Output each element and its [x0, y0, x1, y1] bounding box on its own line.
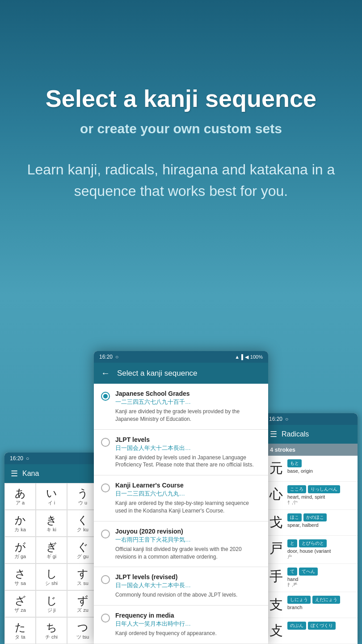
radical-info: のぶんぼくづくり [287, 622, 353, 631]
radical-tags: しにょうえだにょう [287, 596, 353, 604]
kana-cell[interactable]: し シ shi [36, 564, 67, 590]
radical-item[interactable]: 手 ててへん hand 扌,龵 [264, 564, 358, 592]
radical-tag: えだにょう [312, 596, 340, 604]
seq-title: Japanese School Grades [115, 390, 259, 397]
seq-title: JLPT levels (revised) [115, 573, 237, 580]
seq-title: Frequency in media [115, 612, 217, 619]
sequence-item[interactable]: JLPT levels 日一国会人年大十二本長出… Kanji are divi… [94, 430, 268, 476]
kana-cell[interactable]: ち チ chi [36, 617, 67, 644]
radical-tag: と [287, 539, 297, 547]
seq-desc: Kanji ordered by frequency of appearance… [115, 630, 217, 637]
kana-cell[interactable]: い イ i [36, 483, 67, 510]
kana-cell[interactable]: ざ ザ za [4, 590, 36, 617]
radical-info: ててへん hand 扌,龵 [287, 568, 353, 588]
status-time-left: 16:20 ○ [10, 455, 29, 462]
menu-icon-right[interactable]: ☰ [270, 429, 277, 439]
sequence-item[interactable]: Frequency in media 日年人大一笑月本出時中行… Kanji o… [94, 606, 268, 644]
radical-item[interactable]: 支 しにょうえだにょう branch [264, 592, 358, 618]
status-bar-left: 16:20 ○ [4, 453, 98, 464]
phones-section: 16:20 ○ ☰ Kana あ ア a い イ i う ウ u か カ ka … [0, 295, 362, 644]
radio-button[interactable] [101, 530, 110, 538]
radical-item[interactable]: 攴 のぶんぼくづくり [264, 618, 358, 644]
time-left: 16:20 [10, 455, 23, 462]
radical-character: 戈 [268, 513, 284, 532]
kana-cell[interactable]: か カ ka [4, 510, 36, 537]
seq-desc: Commonly found revision of the above JLP… [115, 591, 237, 599]
time-right: 16:20 [269, 416, 282, 422]
battery-icon: 100% [250, 354, 263, 360]
radical-meaning: base, origin [287, 468, 353, 474]
kana-cell[interactable]: さ サ sa [4, 564, 36, 590]
sequence-item[interactable]: Japanese School Grades 一二三四五六七八九十百千… Kan… [94, 384, 268, 430]
kana-cell[interactable]: あ ア a [4, 483, 36, 510]
status-left-center: 16:20 ○ [99, 354, 118, 360]
kana-app-bar: ☰ Kana [4, 464, 98, 483]
radical-tags: ほこかのほこ [287, 513, 353, 521]
seq-kanji: 日年人大一笑月本出時中行… [115, 620, 217, 628]
hero-section: Select a kanji sequence or create your o… [0, 0, 362, 295]
seq-title: Kanji Learner's Course [115, 482, 259, 489]
radical-alt: 忄,㣺 [287, 500, 353, 506]
kana-cell[interactable]: じ ジ ji [36, 590, 67, 617]
phone-right: 16:20 ○ ☰ Radicals 4 strokes 元 もと base, … [264, 413, 358, 644]
radical-character: 手 [268, 568, 284, 586]
radical-tags: ててへん [287, 568, 353, 576]
phone-left: 16:20 ○ ☰ Kana あ ア a い イ i う ウ u か カ ka … [4, 453, 98, 644]
seq-kanji: 日一国会人年大十二本中長… [115, 581, 237, 589]
radical-tags: のぶんぼくづくり [287, 622, 353, 630]
radio-button[interactable] [101, 438, 110, 447]
sequence-item[interactable]: JLPT levels (revised) 日一国会人年大十二本中長… Comm… [94, 567, 268, 606]
back-button[interactable]: ← [101, 368, 110, 378]
radio-button[interactable] [101, 392, 110, 401]
seq-title: Jouyou (2020 revision) [115, 528, 259, 535]
radical-meaning: spear, halberd [287, 522, 353, 528]
radical-character: 戸 [268, 539, 284, 558]
status-time-right: 16:20 ○ [269, 416, 288, 422]
seq-desc: Kanji are divided by the grade levels pr… [115, 408, 259, 423]
radical-alt: 户 [287, 554, 353, 560]
strokes-header: 4 strokes [264, 444, 358, 456]
kana-cell[interactable]: き キ ki [36, 510, 67, 537]
radio-button[interactable] [101, 483, 110, 492]
hero-title: Select a kanji sequence [46, 85, 316, 112]
radical-item[interactable]: 元 もと base, origin [264, 456, 358, 482]
radicals-title: Radicals [282, 430, 309, 438]
radical-character: 攴 [268, 622, 284, 640]
radical-info: しにょうえだにょう branch [287, 596, 353, 610]
radical-alt: 扌,龵 [287, 582, 353, 588]
radical-item[interactable]: 戸 ととびらのと door, house (variant 户 [264, 536, 358, 564]
radical-tag: もと [287, 459, 302, 467]
radical-meaning: hand [287, 576, 353, 582]
menu-icon-left[interactable]: ☰ [11, 469, 18, 479]
radical-info: ほこかのほこ spear, halberd [287, 513, 353, 528]
kana-cell[interactable]: ぎ ギ gi [36, 537, 67, 564]
signal-icon: ▌◀ [241, 354, 248, 360]
radicals-list: 元 もと base, origin 心 こころりっしんべん heart, min… [264, 456, 358, 644]
phone-center: 16:20 ○ ▲ ▌◀ 100% ← Select a kanji seque… [94, 351, 268, 644]
status-bar-right: 16:20 ○ [264, 413, 358, 425]
radical-tag: て [287, 568, 297, 576]
kana-cell[interactable]: た タ ta [4, 617, 36, 644]
kana-title: Kana [22, 470, 39, 478]
seq-kanji: 日一二三四五六七八九丸… [115, 490, 259, 498]
radio-button[interactable] [101, 614, 110, 623]
radical-tags: ととびらのと [287, 539, 353, 547]
sequence-item[interactable]: Kanji Learner's Course 日一二三四五六七八九丸… Kanj… [94, 475, 268, 521]
radical-item[interactable]: 心 こころりっしんべん heart, mind, spirit 忄,㣺 [264, 482, 358, 510]
radical-tag: ぼくづくり [308, 622, 336, 630]
sequence-item[interactable]: Jouyou (2020 revision) 一右雨円王音下火花貝学気… Off… [94, 521, 268, 568]
radical-item[interactable]: 戈 ほこかのほこ spear, halberd [264, 510, 358, 536]
center-app-title: Select a kanji sequence [117, 369, 198, 378]
wifi-icon: ▲ [235, 354, 240, 360]
radical-tag: かのほこ [303, 513, 327, 521]
time-center: 16:20 [99, 354, 113, 360]
kana-cell[interactable]: が ガ ga [4, 537, 36, 564]
radical-meaning: branch [287, 605, 353, 610]
radical-tag: りっしんべん [308, 485, 340, 493]
radio-button[interactable] [101, 575, 110, 584]
kana-grid: あ ア a い イ i う ウ u か カ ka き キ ki く ク ku が… [4, 483, 98, 644]
radical-tag: とびらのと [299, 539, 327, 547]
radical-info: ととびらのと door, house (variant 户 [287, 539, 353, 560]
status-bar-center: 16:20 ○ ▲ ▌◀ 100% [94, 351, 268, 363]
seq-kanji: 一二三四五六七八九十百千… [115, 398, 259, 406]
